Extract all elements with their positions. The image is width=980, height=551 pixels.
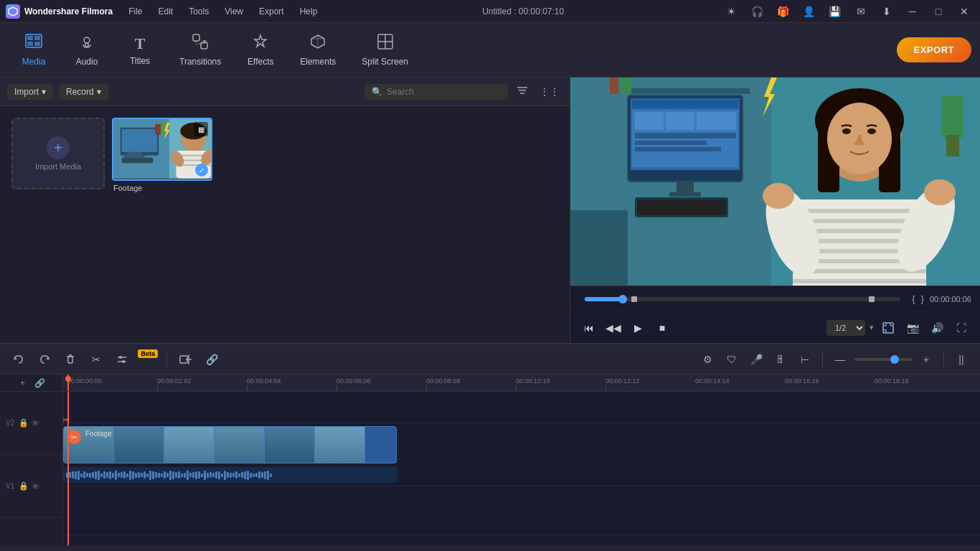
- export-button[interactable]: EXPORT: [897, 37, 971, 62]
- headphone-icon[interactable]: 🎧: [748, 1, 768, 22]
- video-seekbar[interactable]: [585, 297, 900, 301]
- waveform-bar: [72, 471, 74, 479]
- track-2-eye-icon[interactable]: 👁: [32, 419, 39, 428]
- toolbar-effects[interactable]: Effects: [235, 28, 286, 72]
- menu-file[interactable]: File: [121, 4, 149, 19]
- mail-icon[interactable]: ✉: [851, 1, 871, 22]
- waveform-bar: [232, 473, 235, 477]
- menu-view[interactable]: View: [217, 4, 250, 19]
- adjust-button[interactable]: [112, 349, 132, 369]
- preview-video[interactable]: [570, 77, 980, 286]
- timeline-audio-icon[interactable]: 🎚: [771, 349, 791, 369]
- play-button[interactable]: ▶: [628, 318, 648, 338]
- svg-rect-53: [677, 182, 694, 192]
- svg-point-68: [842, 128, 851, 134]
- grid-view-icon[interactable]: ⋮⋮: [537, 83, 562, 100]
- svg-point-69: [867, 128, 876, 134]
- waveform-bar: [109, 471, 111, 479]
- ai-button[interactable]: Beta: [138, 349, 158, 369]
- redo-button[interactable]: [34, 349, 55, 369]
- save-icon[interactable]: 💾: [825, 1, 845, 22]
- download-icon[interactable]: ⬇: [877, 1, 897, 22]
- timeline-split-icon[interactable]: ⊢: [795, 349, 815, 369]
- minimize-button[interactable]: ─: [903, 1, 923, 22]
- add-track-button[interactable]: +: [16, 376, 30, 390]
- toolbar-splitscreen[interactable]: Split Screen: [350, 28, 420, 72]
- waveform-bar: [172, 471, 174, 479]
- link-button[interactable]: 🔗: [202, 349, 222, 369]
- filter-icon[interactable]: [514, 82, 531, 101]
- notification-icon[interactable]: ☀: [722, 1, 742, 22]
- undo-button[interactable]: [9, 349, 29, 369]
- footage-clip[interactable]: ✂ Footage: [63, 426, 397, 463]
- waveform-bar: [187, 471, 189, 480]
- svg-rect-9: [193, 34, 199, 41]
- expand-icon[interactable]: ⛶: [951, 318, 971, 338]
- record-dropdown[interactable]: Record ▾: [59, 84, 108, 100]
- gift-icon[interactable]: 🎁: [773, 1, 793, 22]
- svg-rect-61: [946, 135, 959, 156]
- delete-button[interactable]: [60, 349, 80, 369]
- fullscreen-preview-icon[interactable]: [878, 318, 898, 338]
- stop-button[interactable]: ■: [652, 318, 672, 338]
- right-separator: [822, 352, 823, 367]
- track-1-lock-icon[interactable]: 🔒: [19, 481, 29, 491]
- timeline-shield-icon[interactable]: 🛡: [722, 349, 742, 369]
- track-2-lock-icon[interactable]: 🔒: [19, 418, 29, 428]
- quality-selector[interactable]: 1/2 1/4 Full: [826, 320, 865, 336]
- frame-back-button[interactable]: ◀◀: [603, 318, 623, 338]
- toolbar-elements[interactable]: Elements: [288, 28, 347, 72]
- menu-edit[interactable]: Edit: [151, 4, 180, 19]
- menu-help[interactable]: Help: [293, 4, 325, 19]
- zoom-in-icon[interactable]: +: [916, 349, 936, 369]
- zoom-handle[interactable]: [890, 355, 899, 364]
- timeline-scrollbar[interactable]: [0, 545, 980, 551]
- timeline-mic-icon[interactable]: 🎤: [746, 349, 766, 369]
- clip-type-icon: ▦: [194, 122, 208, 136]
- waveform-bar: [135, 473, 137, 478]
- video-scene: [570, 77, 980, 286]
- maximize-button[interactable]: □: [928, 1, 948, 22]
- zoom-slider[interactable]: [854, 358, 912, 361]
- track-1-eye-icon[interactable]: 👁: [32, 482, 39, 491]
- import-media-card[interactable]: + Import Media: [11, 118, 105, 189]
- progress-fill: [585, 297, 623, 301]
- toolbar-audio[interactable]: Audio: [62, 28, 112, 72]
- elements-icon: [310, 34, 326, 54]
- svg-rect-94: [68, 357, 72, 363]
- close-button[interactable]: ✕: [954, 1, 974, 22]
- toolbar-transitions[interactable]: Transitions: [168, 28, 232, 72]
- waveform-bar: [181, 474, 183, 477]
- media-clip-footage[interactable]: ▦ ✓ Footage: [112, 118, 212, 192]
- zoom-out-icon[interactable]: —: [830, 349, 850, 369]
- footage-thumbnail[interactable]: ▦ ✓: [112, 118, 212, 181]
- media-search-box[interactable]: 🔍: [364, 84, 508, 100]
- track-2-num: V2: [6, 419, 14, 427]
- waveform-bar: [230, 473, 232, 478]
- audio-track-1: [63, 486, 980, 535]
- screenshot-icon[interactable]: 📷: [903, 318, 923, 338]
- timeline-scroll-lock[interactable]: ||: [951, 349, 971, 369]
- timeline-settings-icon[interactable]: ⚙: [697, 349, 717, 369]
- toolbar-effects-label: Effects: [248, 57, 273, 67]
- progress-handle[interactable]: [618, 295, 627, 303]
- add-media-button[interactable]: [176, 349, 196, 369]
- cut-button[interactable]: ✂: [86, 349, 106, 369]
- step-back-button[interactable]: ⏮: [579, 318, 599, 338]
- in-point-icon: {: [912, 293, 915, 304]
- video-progress-bar[interactable]: { } 00:00:00:06: [570, 286, 980, 311]
- link-track-button[interactable]: 🔗: [33, 376, 47, 390]
- svg-point-83: [924, 179, 956, 205]
- search-input[interactable]: [387, 87, 501, 97]
- waveform-bar: [264, 471, 266, 479]
- import-dropdown[interactable]: Import ▾: [7, 84, 53, 100]
- menu-export[interactable]: Export: [252, 4, 291, 19]
- waveform-bar: [106, 472, 108, 478]
- volume-icon[interactable]: 🔊: [927, 318, 947, 338]
- account-icon[interactable]: 👤: [799, 1, 819, 22]
- toolbar-media[interactable]: Media: [9, 28, 59, 72]
- toolbar-titles[interactable]: T Titles: [115, 29, 165, 72]
- menu-tools[interactable]: Tools: [182, 4, 216, 19]
- clip-selected-icon: ✓: [195, 164, 208, 176]
- right-separator-2: [943, 352, 944, 367]
